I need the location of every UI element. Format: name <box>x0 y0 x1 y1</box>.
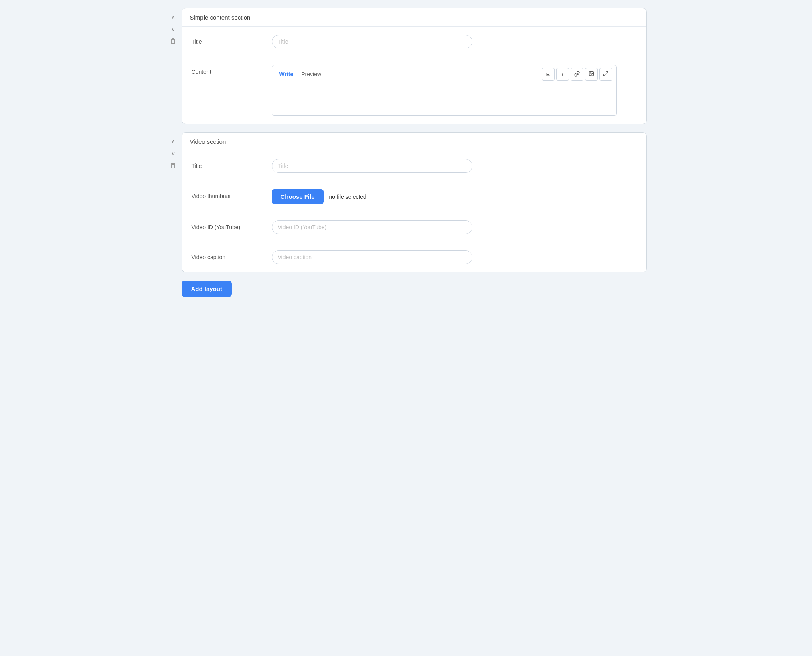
video-id-label: Video ID (YouTube) <box>192 220 272 232</box>
video-title-row: Title <box>182 151 646 181</box>
no-file-text: no file selected <box>329 194 367 200</box>
add-layout-container: Add layout <box>182 281 647 297</box>
chevron-down-icon: ∨ <box>171 150 175 157</box>
image-icon <box>589 71 594 78</box>
add-layout-button[interactable]: Add layout <box>182 281 232 297</box>
simple-content-header: Simple content section <box>182 8 646 27</box>
video-title-input-area <box>272 159 637 173</box>
trash-icon: 🗑 <box>170 162 176 169</box>
video-section-header: Video section <box>182 133 646 151</box>
video-caption-input-area <box>272 250 637 264</box>
video-title-label: Title <box>192 159 272 170</box>
bold-icon: B <box>546 71 550 77</box>
video-id-input-area <box>272 220 637 234</box>
trash-icon: 🗑 <box>170 38 176 45</box>
expand-button[interactable] <box>599 68 612 81</box>
delete-button[interactable]: 🗑 <box>168 36 179 47</box>
simple-content-title-label: Title <box>192 35 272 46</box>
video-title-input[interactable] <box>272 159 472 173</box>
page-wrapper: ∧ ∨ 🗑 Simple content section Title Conte… <box>166 8 647 297</box>
link-button[interactable] <box>571 68 583 81</box>
italic-button[interactable]: I <box>556 68 569 81</box>
content-editor: Write Preview B I <box>272 65 617 116</box>
video-thumbnail-row: Video thumbnail Choose File no file sele… <box>182 181 646 212</box>
choose-file-button[interactable]: Choose File <box>272 189 324 204</box>
simple-content-section: ∧ ∨ 🗑 Simple content section Title Conte… <box>182 8 647 124</box>
simple-content-title-row: Title <box>182 27 646 57</box>
video-caption-label: Video caption <box>192 250 272 262</box>
video-move-up-button[interactable]: ∧ <box>168 136 179 147</box>
move-up-button[interactable]: ∧ <box>168 12 179 23</box>
link-icon <box>574 71 580 78</box>
video-id-row: Video ID (YouTube) <box>182 212 646 242</box>
simple-content-content-row: Content Write Preview B I <box>182 57 646 124</box>
simple-content-editor-area: Write Preview B I <box>272 65 637 116</box>
video-section-title: Video section <box>190 138 226 145</box>
simple-content-title: Simple content section <box>190 14 251 21</box>
chevron-down-icon: ∨ <box>171 26 175 32</box>
svg-point-1 <box>590 73 591 73</box>
move-down-button[interactable]: ∨ <box>168 24 179 35</box>
video-caption-input[interactable] <box>272 250 472 264</box>
expand-icon <box>603 71 609 78</box>
write-tab[interactable]: Write <box>276 69 297 79</box>
italic-icon: I <box>562 71 563 77</box>
chevron-up-icon: ∧ <box>171 14 175 20</box>
video-move-down-button[interactable]: ∨ <box>168 148 179 159</box>
preview-tab[interactable]: Preview <box>298 69 324 79</box>
image-button[interactable] <box>585 68 598 81</box>
video-delete-button[interactable]: 🗑 <box>168 160 179 171</box>
video-caption-row: Video caption <box>182 242 646 272</box>
simple-content-content-label: Content <box>192 65 272 76</box>
video-section-card: ∧ ∨ 🗑 Video section Title Video thumbnai… <box>182 132 647 272</box>
chevron-up-icon: ∧ <box>171 138 175 145</box>
file-input-row: Choose File no file selected <box>272 189 637 204</box>
simple-content-title-input[interactable] <box>272 35 472 48</box>
bold-button[interactable]: B <box>542 68 555 81</box>
video-thumbnail-input-area: Choose File no file selected <box>272 189 637 204</box>
video-thumbnail-label: Video thumbnail <box>192 189 272 200</box>
editor-body[interactable] <box>272 83 616 115</box>
editor-toolbar: Write Preview B I <box>272 65 616 83</box>
video-id-input[interactable] <box>272 220 472 234</box>
simple-content-title-input-area <box>272 35 637 48</box>
